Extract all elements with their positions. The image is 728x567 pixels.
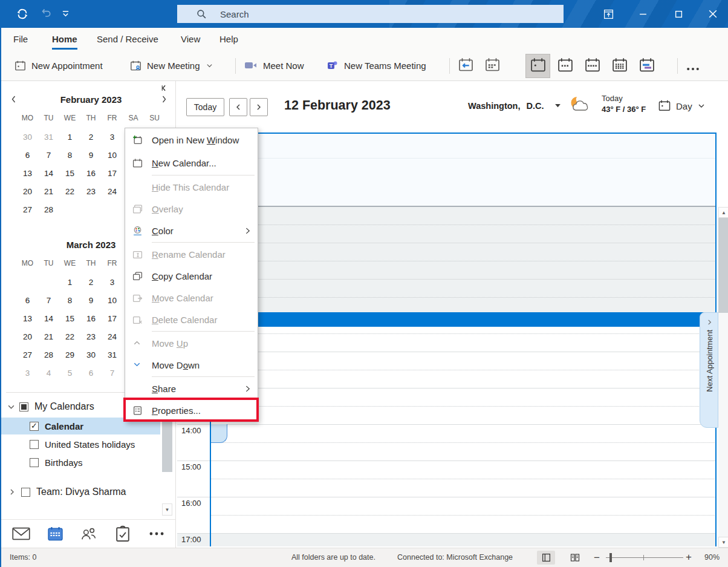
mini-calendar-day[interactable]: 9 — [80, 292, 102, 310]
menu-item-new-calendar[interactable]: New Calendar... — [125, 152, 258, 175]
mini-calendar-day[interactable]: 30 — [17, 128, 38, 146]
normal-view-button[interactable] — [537, 551, 555, 565]
view-schedule-icon[interactable] — [639, 57, 655, 74]
tab-help[interactable]: Help — [219, 28, 238, 50]
customize-toolbar-icon[interactable] — [62, 10, 70, 18]
mini-calendar-day[interactable]: 22 — [59, 328, 80, 346]
mini-calendar-day[interactable]: 28 — [38, 346, 59, 364]
birthdays-checkbox[interactable] — [30, 458, 39, 467]
mini-calendar-day[interactable]: 13 — [17, 310, 38, 328]
mini-calendar-day[interactable]: 13 — [17, 165, 38, 183]
weather-location-dropdown[interactable]: Washington, D.C. — [468, 101, 561, 111]
mini-calendar-day[interactable]: 1 — [59, 274, 80, 292]
mini-calendar-day[interactable]: 6 — [17, 292, 38, 310]
calendar-scroll-up-button[interactable]: ▲ — [718, 207, 728, 218]
folder-pane-scroll-down-button[interactable]: ▼ — [162, 503, 172, 516]
search-input[interactable]: Search — [177, 5, 564, 23]
selected-time-slot[interactable] — [210, 312, 716, 327]
sync-icon[interactable] — [16, 7, 29, 21]
mini-calendar-day[interactable]: 7 — [38, 146, 59, 165]
mini-calendar-day[interactable]: 7 — [38, 292, 59, 310]
mini-calendar-day[interactable]: 31 — [38, 128, 59, 146]
minimize-button[interactable] — [629, 0, 657, 28]
mini-calendar-day[interactable]: 29 — [59, 346, 80, 364]
go-to-today-icon[interactable] — [458, 57, 474, 73]
calendar-scroll-down-button[interactable]: ▼ — [718, 537, 728, 548]
popout-icon[interactable] — [594, 0, 622, 28]
menu-item-copy-calendar[interactable]: Copy Calendar — [125, 265, 258, 287]
mini-calendar-day[interactable]: 6 — [80, 364, 102, 382]
mini-calendar-day[interactable]: 1 — [59, 128, 80, 146]
view-month-icon[interactable] — [611, 57, 628, 74]
view-week-icon[interactable] — [584, 57, 601, 74]
mini-calendar-day[interactable]: 4 — [38, 364, 59, 382]
mini-calendar-day[interactable]: 6 — [17, 146, 38, 165]
team-calendars-group[interactable]: Team: Divya Sharma — [1, 483, 160, 501]
zoom-slider-track[interactable] — [606, 557, 683, 558]
close-button[interactable] — [699, 0, 727, 28]
mini-calendar-day[interactable]: 22 — [59, 183, 80, 201]
zoom-slider-thumb[interactable] — [609, 553, 612, 562]
chevron-right-icon[interactable] — [8, 488, 16, 496]
mini-calendar-day[interactable]: 17 — [102, 310, 123, 328]
undo-icon[interactable] — [40, 7, 52, 19]
zoom-level[interactable]: 90% — [704, 553, 720, 562]
mini-calendar-day[interactable]: 24 — [102, 183, 123, 201]
mail-icon[interactable] — [11, 526, 31, 541]
folder-pane-scrollbar-thumb[interactable] — [162, 416, 172, 472]
selection-end-handle[interactable] — [211, 424, 227, 443]
calendar-scrollbar-thumb[interactable] — [718, 218, 728, 313]
more-modules-icon[interactable] — [146, 525, 167, 542]
mini-calendar-day[interactable]: 17 — [102, 165, 123, 183]
reading-view-button[interactable] — [566, 551, 584, 565]
mini-calendar-day[interactable]: 3 — [17, 364, 38, 382]
mini-calendar-day[interactable]: 3 — [102, 274, 123, 292]
menu-item-open-in-new-window[interactable]: Open in New Window — [125, 129, 258, 152]
zoom-out-button[interactable]: − — [594, 552, 600, 564]
new-teams-meeting-button[interactable]: T New Teams Meeting — [327, 53, 426, 77]
menu-item-share[interactable]: Share — [125, 378, 258, 399]
calendar-checkbox[interactable] — [30, 422, 39, 431]
mini-calendar-day[interactable]: 15 — [59, 310, 80, 328]
mini-calendar-day[interactable]: 16 — [80, 165, 102, 183]
view-work-week-icon[interactable] — [557, 57, 574, 74]
mini-calendar-day[interactable]: 10 — [102, 292, 123, 310]
view-selector-dropdown[interactable]: Day — [658, 99, 705, 113]
mini-calendar-day[interactable]: 9 — [80, 146, 102, 165]
mini-calendar-day[interactable]: 27 — [17, 201, 38, 219]
calendar-item-birthdays[interactable]: Birthdays — [1, 454, 160, 471]
us-holidays-checkbox[interactable] — [30, 440, 39, 449]
my-calendars-checkbox[interactable] — [19, 402, 28, 411]
mini-calendar-day[interactable]: 15 — [59, 165, 80, 183]
tasks-icon[interactable] — [112, 525, 133, 542]
mini-calendar-day[interactable]: 2 — [80, 274, 102, 292]
mini-calendar-day[interactable]: 24 — [102, 328, 123, 346]
new-meeting-button[interactable]: New Meeting — [130, 53, 213, 77]
tab-home[interactable]: Home — [52, 28, 77, 50]
previous-day-button[interactable] — [229, 98, 247, 116]
all-day-events-area[interactable] — [210, 133, 716, 206]
menu-item-move-down[interactable]: Move Down — [125, 354, 258, 376]
ribbon-overflow-icon[interactable] — [685, 61, 701, 77]
mini-calendar-day[interactable]: 8 — [59, 146, 80, 165]
calendar-item-us-holidays[interactable]: United States holidays — [1, 436, 160, 453]
mini-calendar-day[interactable]: 23 — [80, 183, 102, 201]
mini-calendar-day[interactable]: 14 — [38, 310, 59, 328]
mini-calendar-day[interactable]: 16 — [80, 310, 102, 328]
tab-send-receive[interactable]: Send / Receive — [97, 28, 158, 50]
menu-item-color[interactable]: Color — [125, 220, 258, 241]
prev-month-icon[interactable] — [10, 95, 18, 103]
mini-calendar-day[interactable]: 7 — [102, 364, 123, 382]
mini-calendar-day[interactable]: 5 — [59, 364, 80, 382]
mini-calendar-day[interactable]: 30 — [80, 346, 102, 364]
mini-calendar-day[interactable]: 23 — [80, 328, 102, 346]
collapse-folder-pane-icon[interactable] — [160, 84, 169, 93]
next-7-days-icon[interactable] — [484, 57, 501, 73]
mini-calendar-day[interactable]: 31 — [102, 346, 123, 364]
maximize-button[interactable] — [665, 0, 692, 28]
mini-calendar-day[interactable]: 10 — [102, 146, 123, 165]
view-day-icon[interactable] — [530, 57, 547, 74]
mini-calendar-day[interactable]: 2 — [80, 128, 102, 146]
new-meeting-dropdown-icon[interactable] — [206, 62, 213, 69]
team-checkbox[interactable] — [21, 488, 30, 497]
